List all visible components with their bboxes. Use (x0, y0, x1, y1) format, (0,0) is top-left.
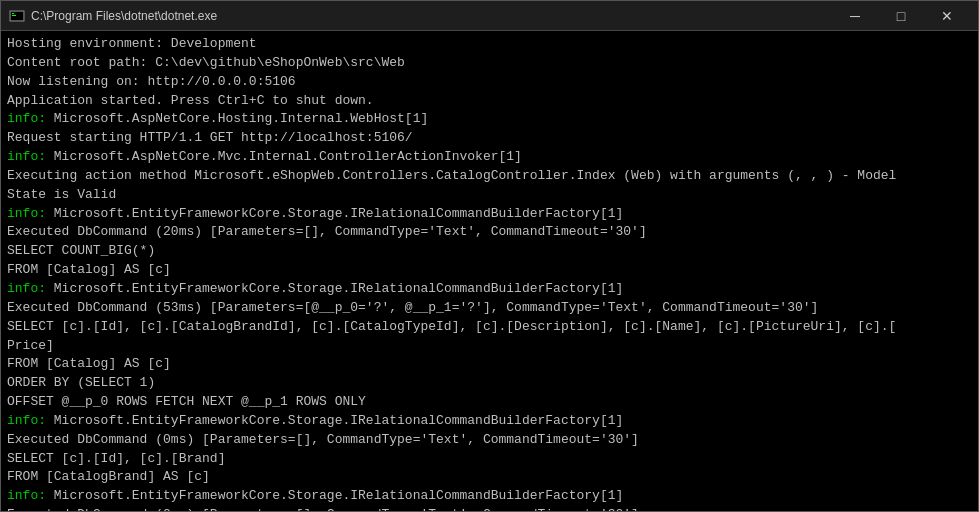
info-prefix: info: (7, 281, 46, 296)
console-line: info: Microsoft.EntityFrameworkCore.Stor… (7, 412, 972, 431)
console-output: Hosting environment: DevelopmentContent … (1, 31, 978, 511)
console-line: State is Valid (7, 186, 972, 205)
minimize-button[interactable]: ─ (832, 1, 878, 31)
console-line: Now listening on: http://0.0.0.0:5106 (7, 73, 972, 92)
console-line: SELECT COUNT_BIG(*) (7, 242, 972, 261)
console-line: FROM [Catalog] AS [c] (7, 261, 972, 280)
console-line: Executing action method Microsoft.eShopW… (7, 167, 972, 186)
maximize-button[interactable]: □ (878, 1, 924, 31)
title-bar-controls: ─ □ ✕ (832, 1, 970, 31)
console-line: Price] (7, 337, 972, 356)
console-line: FROM [Catalog] AS [c] (7, 355, 972, 374)
console-line: Executed DbCommand (0ms) [Parameters=[],… (7, 431, 972, 450)
console-line: SELECT [c].[Id], [c].[Brand] (7, 450, 972, 469)
window-title: C:\Program Files\dotnet\dotnet.exe (31, 9, 217, 23)
console-line: OFFSET @__p_0 ROWS FETCH NEXT @__p_1 ROW… (7, 393, 972, 412)
console-line: SELECT [c].[Id], [c].[CatalogBrandId], [… (7, 318, 972, 337)
console-line: Executed DbCommand (20ms) [Parameters=[]… (7, 223, 972, 242)
console-line: info: Microsoft.EntityFrameworkCore.Stor… (7, 487, 972, 506)
info-text: Microsoft.EntityFrameworkCore.Storage.IR… (46, 413, 623, 428)
console-line: info: Microsoft.AspNetCore.Mvc.Internal.… (7, 148, 972, 167)
info-text: Microsoft.EntityFrameworkCore.Storage.IR… (46, 488, 623, 503)
console-line: info: Microsoft.EntityFrameworkCore.Stor… (7, 205, 972, 224)
svg-rect-3 (12, 15, 16, 16)
console-line: Request starting HTTP/1.1 GET http://loc… (7, 129, 972, 148)
console-line: Executed DbCommand (0ms) [Parameters=[],… (7, 506, 972, 511)
info-text: Microsoft.AspNetCore.Hosting.Internal.We… (46, 111, 428, 126)
info-text: Microsoft.EntityFrameworkCore.Storage.IR… (46, 206, 623, 221)
info-prefix: info: (7, 149, 46, 164)
console-line: Content root path: C:\dev\github\eShopOn… (7, 54, 972, 73)
console-line: Hosting environment: Development (7, 35, 972, 54)
console-line: info: Microsoft.AspNetCore.Hosting.Inter… (7, 110, 972, 129)
close-button[interactable]: ✕ (924, 1, 970, 31)
main-window: C:\Program Files\dotnet\dotnet.exe ─ □ ✕… (0, 0, 979, 512)
info-prefix: info: (7, 206, 46, 221)
app-icon (9, 8, 25, 24)
info-text: Microsoft.EntityFrameworkCore.Storage.IR… (46, 281, 623, 296)
console-line: info: Microsoft.EntityFrameworkCore.Stor… (7, 280, 972, 299)
console-line: Application started. Press Ctrl+C to shu… (7, 92, 972, 111)
info-prefix: info: (7, 111, 46, 126)
title-bar: C:\Program Files\dotnet\dotnet.exe ─ □ ✕ (1, 1, 978, 31)
title-bar-left: C:\Program Files\dotnet\dotnet.exe (9, 8, 217, 24)
svg-rect-2 (12, 13, 14, 14)
info-text: Microsoft.AspNetCore.Mvc.Internal.Contro… (46, 149, 522, 164)
console-line: Executed DbCommand (53ms) [Parameters=[@… (7, 299, 972, 318)
console-line: ORDER BY (SELECT 1) (7, 374, 972, 393)
console-line: FROM [CatalogBrand] AS [c] (7, 468, 972, 487)
info-prefix: info: (7, 413, 46, 428)
info-prefix: info: (7, 488, 46, 503)
